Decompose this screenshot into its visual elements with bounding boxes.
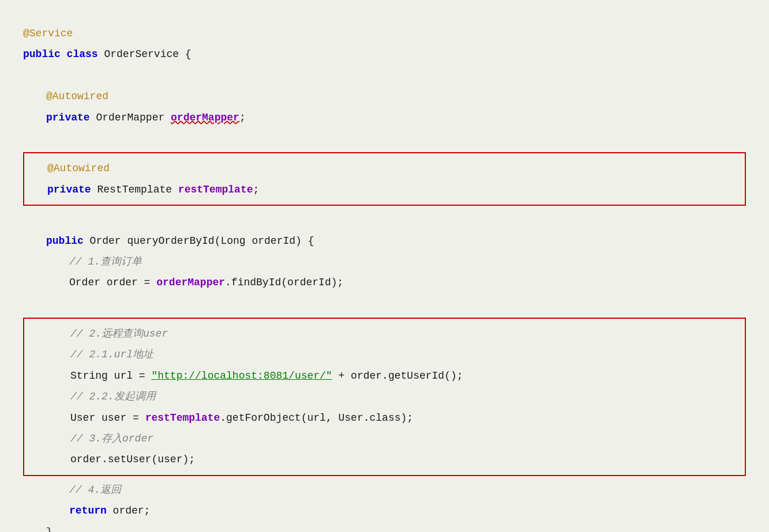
line-closing-brace-method: } (23, 522, 746, 532)
line-private-mapper: private OrderMapper orderMapper ; (23, 107, 746, 128)
rest-template-ref: restTemplate (145, 409, 220, 427)
comment-1-text: // 1.查询订单 (69, 252, 142, 271)
line-set-user: order.setUser(user); (24, 449, 745, 470)
line-annotation-service: @Service (23, 23, 746, 44)
line-method-signature: public Order queryOrderById(Long orderId… (23, 231, 746, 251)
user-get-prefix: User user = (70, 409, 145, 427)
line-return: return order; (23, 500, 746, 521)
comment-2-2-text: // 2.2.发起调用 (70, 387, 156, 406)
order-mapper-ref: orderMapper (156, 273, 225, 292)
semicolon-1: ; (239, 108, 246, 127)
url-suffix: + order.getUserId(); (332, 367, 463, 385)
keyword-public-class: public class (23, 45, 98, 63)
return-value: order; (107, 501, 151, 520)
line-comment-4: // 4.返回 (23, 480, 746, 500)
set-user-text: order.setUser(user); (70, 450, 195, 469)
line-user-get: User user = restTemplate .getForObject(u… (24, 408, 745, 428)
line-autowired-1: @Autowired (23, 86, 746, 107)
order-find-rest: Order order = (69, 273, 156, 292)
method-signature-rest: Order queryOrderById(Long orderId) { (84, 232, 314, 250)
keyword-private-1: private (46, 108, 90, 127)
order-mapper-type: OrderMapper (90, 108, 171, 127)
line-autowired-2: @Autowired (24, 158, 745, 179)
blank-line-1 (23, 65, 746, 86)
blank-line-4 (23, 293, 746, 314)
rest-template-type: RestTemplate (91, 180, 178, 199)
line-order-find: Order order = orderMapper .findById(orde… (23, 272, 746, 293)
service-annotation: @Service (23, 24, 73, 43)
get-for-object-method: .getForObject(url, User.class); (220, 409, 413, 427)
var-order-mapper: orderMapper (171, 108, 239, 127)
line-comment-1: // 1.查询订单 (23, 251, 746, 272)
line-comment-2-2: // 2.2.发起调用 (24, 386, 745, 407)
line-url-string: String url = "http://localhost:8081/user… (24, 365, 745, 386)
url-string-value: "http://localhost:8081/user/" (151, 367, 332, 385)
keyword-public-method: public (46, 232, 84, 250)
keyword-return: return (69, 501, 107, 520)
line-comment-2-1: // 2.1.url地址 (24, 344, 745, 365)
line-private-rest-template: private RestTemplate restTemplate ; (24, 179, 745, 200)
line-comment-3: // 3.存入order (24, 428, 745, 449)
blank-line-3 (23, 209, 746, 230)
find-by-id-method: .findById(orderId); (225, 273, 343, 292)
line-comment-2: // 2.远程查询user (24, 323, 745, 344)
line-public-class: public class OrderService { (23, 44, 746, 65)
var-rest-template: restTemplate (178, 180, 253, 199)
closing-brace-method: } (46, 523, 52, 532)
remote-query-box: // 2.远程查询user // 2.1.url地址 String url = … (23, 318, 746, 476)
classname-text: OrderService { (98, 45, 192, 63)
autowired-resttemplate-box: @Autowired private RestTemplate restTemp… (23, 152, 746, 206)
url-prefix: String url = (70, 367, 151, 385)
code-block: @Service public class OrderService { @Au… (23, 17, 746, 532)
blank-line-2 (23, 128, 746, 149)
autowired-annotation-1: @Autowired (46, 87, 108, 105)
comment-2-1-text: // 2.1.url地址 (70, 345, 153, 364)
comment-3-text: // 3.存入order (70, 429, 153, 448)
keyword-private-2: private (47, 180, 91, 199)
semicolon-2: ; (253, 180, 259, 199)
comment-2-text: // 2.远程查询user (70, 325, 168, 343)
autowired-annotation-2: @Autowired (47, 159, 110, 178)
comment-4-text: // 4.返回 (69, 481, 121, 499)
